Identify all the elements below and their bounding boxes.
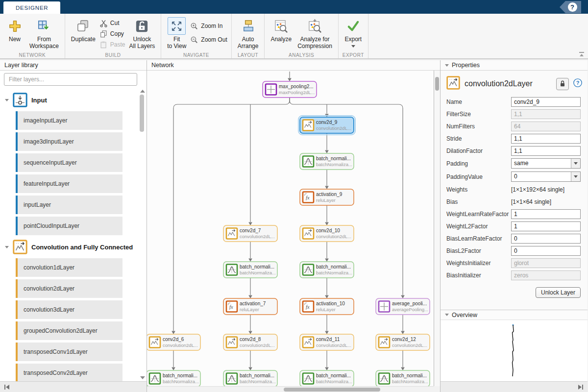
property-row-filtersize: FilterSize bbox=[441, 108, 588, 120]
canvas-horizontal-scrollbar[interactable] bbox=[147, 386, 434, 392]
network-node-conv2d_7[interactable]: conv2d_7 convolution2dL... bbox=[223, 225, 277, 242]
collapse-right-panel-icon[interactable] bbox=[577, 383, 585, 392]
node-name: batch_normali... bbox=[392, 373, 427, 378]
network-canvas[interactable]: max_pooling2... maxPooling2dL... conv2d_… bbox=[147, 71, 434, 386]
property-row-paddingvalue: PaddingValue 0 bbox=[441, 170, 588, 183]
overview-title: Overview bbox=[452, 312, 477, 318]
biaslearnratefactor-input[interactable] bbox=[511, 234, 581, 244]
biasinitializer-input bbox=[511, 270, 581, 280]
unlock-layer-button[interactable]: Unlock Layer bbox=[536, 287, 581, 298]
dropdown-button[interactable] bbox=[571, 172, 580, 181]
library-item-convolution1dLayer[interactable]: convolution1dLayer bbox=[16, 258, 122, 277]
overview-minimap[interactable] bbox=[441, 320, 588, 381]
scroll-down-icon[interactable] bbox=[140, 376, 145, 379]
property-row-padding: Padding same bbox=[441, 157, 588, 170]
unlock-icon bbox=[134, 19, 149, 34]
weightl2factor-input[interactable] bbox=[511, 221, 581, 231]
edge bbox=[172, 108, 175, 334]
help-button[interactable]: ? bbox=[560, 1, 581, 13]
library-item-convolution2dLayer[interactable]: convolution2dLayer bbox=[16, 279, 122, 298]
cut-button[interactable]: Cut bbox=[99, 18, 125, 28]
network-node-conv2d_12[interactable]: conv2d_12 convolution2dL... bbox=[376, 334, 430, 350]
main-area: Layer library Input imageInputLayer imag… bbox=[0, 60, 588, 392]
biasl2factor-input[interactable] bbox=[511, 246, 581, 256]
ribbon-toolbar: New From WorkspaceNETWORK DuplicateCutCo… bbox=[0, 14, 588, 59]
duplicate-button[interactable]: Duplicate bbox=[69, 17, 98, 51]
scroll-up-icon[interactable] bbox=[140, 90, 145, 93]
network-node-batch_normali[interactable]: batch_normali... batchNormaliza... bbox=[376, 370, 430, 386]
tab-designer[interactable]: DESIGNER bbox=[3, 1, 60, 14]
canvas-horizontal-scrollbar-thumb[interactable] bbox=[284, 388, 380, 392]
library-scrollbar-thumb[interactable] bbox=[140, 95, 144, 132]
library-scrollbar[interactable] bbox=[139, 90, 145, 379]
name-input[interactable] bbox=[511, 97, 581, 107]
new-button[interactable]: New bbox=[4, 17, 25, 51]
node-type: batchNormaliza... bbox=[316, 379, 352, 384]
network-node-batch_normali[interactable]: batch_normali... batchNormaliza... bbox=[300, 262, 354, 278]
network-node-batch_normali[interactable]: batch_normali... batchNormaliza... bbox=[147, 370, 200, 386]
dilationfactor-input[interactable] bbox=[511, 146, 581, 156]
network-node-activation_9[interactable]: fx activation_9 reluLayer bbox=[300, 189, 354, 205]
paste-button[interactable]: Paste bbox=[99, 39, 125, 50]
library-item-featureInputLayer[interactable]: featureInputLayer bbox=[16, 174, 122, 193]
library-item-image3dInputLayer[interactable]: image3dInputLayer bbox=[16, 132, 122, 151]
properties-header[interactable]: Properties bbox=[441, 60, 588, 71]
filter-layers-input[interactable] bbox=[4, 73, 137, 86]
copy-button[interactable]: Copy bbox=[99, 28, 125, 39]
zoom-in-button[interactable]: Zoom In bbox=[190, 21, 227, 31]
bn-layer-icon bbox=[149, 373, 160, 384]
network-node-conv2d_10[interactable]: conv2d_10 convolution2dL... bbox=[300, 225, 354, 242]
network-node-conv2d_11[interactable]: conv2d_11 convolution2dL... bbox=[300, 334, 354, 350]
canvas-vertical-scrollbar[interactable] bbox=[434, 71, 440, 386]
library-section-convolution[interactable]: Convolution and Fully Connected bbox=[5, 239, 138, 255]
network-node-conv2d_9[interactable]: conv2d_9 convolution2dL... bbox=[298, 116, 355, 135]
layer-help-icon[interactable]: ? bbox=[573, 78, 583, 90]
network-node-conv2d_8[interactable]: conv2d_8 convolution2dL... bbox=[223, 334, 277, 350]
unlock-all-layers-button[interactable]: Unlock All Layers bbox=[127, 17, 157, 51]
collapse-ribbon-button[interactable] bbox=[578, 51, 586, 58]
library-item-transposedConv1dLayer[interactable]: transposedConv1dLayer bbox=[16, 343, 122, 361]
network-node-activation_7[interactable]: fx activation_7 reluLayer bbox=[223, 298, 277, 315]
network-diagram[interactable]: max_pooling2... maxPooling2dL... conv2d_… bbox=[147, 71, 434, 386]
zoom-out-button[interactable]: Zoom Out bbox=[190, 34, 227, 45]
analyze-button[interactable]: Analyze bbox=[269, 17, 294, 51]
paddingvalue-select[interactable]: 0 bbox=[511, 172, 581, 182]
network-node-batch_normali[interactable]: batch_normali... batchNormaliza... bbox=[223, 370, 277, 386]
analyze-for-compression-button[interactable]: Analyze for Compression bbox=[295, 17, 334, 51]
export-button[interactable]: Export bbox=[343, 17, 364, 51]
network-node-batch_normali[interactable]: batch_normali... batchNormaliza... bbox=[300, 153, 354, 170]
library-item-imageInputLayer[interactable]: imageInputLayer bbox=[16, 111, 122, 130]
library-item-pointCloudInputLayer[interactable]: pointCloudInputLayer bbox=[16, 217, 122, 235]
network-node-batch_normali[interactable]: batch_normali... batchNormaliza... bbox=[223, 262, 277, 278]
collapse-left-panel-icon[interactable] bbox=[3, 383, 11, 392]
network-node-average_pooli[interactable]: average_pooli... averagePooling... bbox=[376, 298, 430, 315]
canvas-vertical-scrollbar-thumb[interactable] bbox=[435, 77, 439, 91]
node-type: batchNormaliza... bbox=[240, 270, 276, 275]
library-item-transposedConv2dLayer[interactable]: transposedConv2dLayer bbox=[16, 364, 122, 381]
library-section-input[interactable]: Input bbox=[5, 92, 138, 108]
node-type: averagePooling... bbox=[392, 307, 428, 312]
stride-input[interactable] bbox=[511, 134, 581, 144]
cut-icon bbox=[99, 19, 108, 27]
weightlearnratefactor-input[interactable] bbox=[511, 209, 581, 219]
node-name: activation_9 bbox=[316, 192, 343, 197]
network-node-batch_normali[interactable]: batch_normali... batchNormaliza... bbox=[300, 370, 354, 386]
lock-button[interactable] bbox=[556, 78, 569, 90]
network-node-conv2d_6[interactable]: conv2d_6 convolution2dL... bbox=[147, 334, 200, 350]
dropdown-button[interactable] bbox=[571, 159, 580, 168]
network-node-activation_10[interactable]: fx activation_10 reluLayer bbox=[300, 298, 354, 315]
fit-to-view-button[interactable]: Fit to View bbox=[165, 17, 188, 51]
library-item-convolution3dLayer[interactable]: convolution3dLayer bbox=[16, 300, 122, 319]
overview-header[interactable]: Overview bbox=[441, 310, 588, 320]
from-workspace-button[interactable]: From Workspace bbox=[27, 17, 61, 51]
library-item-sequenceInputLayer[interactable]: sequenceInputLayer bbox=[16, 153, 122, 172]
library-item-groupedConvolution2dLayer[interactable]: groupedConvolution2dLayer bbox=[16, 321, 122, 340]
edge bbox=[325, 350, 329, 370]
property-label: WeightsInitializer bbox=[446, 260, 511, 267]
accent-bar bbox=[16, 300, 18, 319]
library-item-inputLayer[interactable]: inputLayer bbox=[16, 196, 122, 214]
property-row-biasl2factor: BiasL2Factor bbox=[441, 245, 588, 257]
auto-arrange-button[interactable]: Auto Arrange bbox=[236, 17, 261, 51]
padding-select[interactable]: same bbox=[511, 158, 581, 169]
network-node-max_pooling2[interactable]: max_pooling2... maxPooling2dL... bbox=[263, 81, 317, 98]
